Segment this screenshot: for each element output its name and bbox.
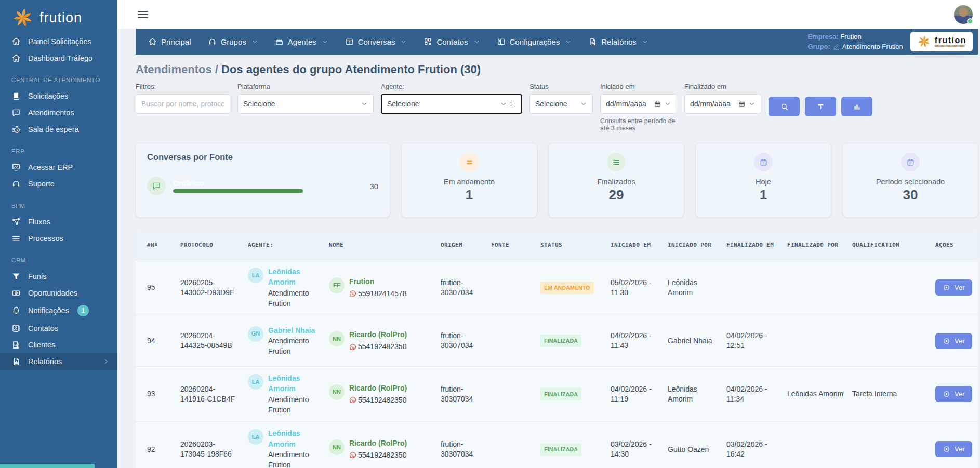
iniciado-em-cell: 04/02/2026 - 11:19 [611, 378, 668, 410]
online-status-dot [967, 18, 973, 24]
row-number-link[interactable]: 92 [147, 438, 180, 461]
sidebar-item-relatorios[interactable]: Relatórios [0, 353, 117, 370]
status-cell: EM ANDAMENTO [540, 275, 611, 300]
agent-cell: LA Leônidas Amorim Atendimento Frution [248, 260, 329, 315]
col-header-acoes: AÇÕES [935, 236, 978, 255]
company-logo-box: frution [910, 32, 973, 51]
sidebar-item-notificacoes[interactable]: Notificações 1 [0, 301, 117, 320]
user-avatar[interactable] [954, 5, 973, 24]
sidebar-item-label: Processos [28, 234, 63, 243]
fonte-card-title: Conversas por Fonte [147, 152, 378, 162]
agente-select[interactable]: Selecione [381, 94, 522, 114]
topbar [117, 0, 980, 29]
nav-item-conversas[interactable]: Conversas [337, 37, 416, 46]
iniciado-por-cell: Gutto Oazen [668, 438, 726, 461]
sidebar-item-dashboard-trafego[interactable]: Dashboard Tráfego [0, 50, 117, 66]
nav-item-label: Agentes [288, 37, 316, 46]
sidebar-item-label: Dashboard Tráfego [28, 54, 92, 62]
calendar-icon[interactable] [738, 100, 746, 108]
sidebar-item-label: Atendimentos [28, 109, 74, 117]
sidebar-item-suporte[interactable]: Suporte [0, 176, 117, 192]
window-icon [345, 37, 354, 46]
eye-icon [943, 390, 950, 398]
agent-name-link[interactable]: Leônidas Amorim [268, 268, 300, 286]
finalizados-card: Finalizados 29 [549, 143, 684, 217]
protocol-link[interactable]: 20260203-173045-198F66 [180, 433, 248, 465]
sidebar-item-processos[interactable]: Processos [0, 230, 117, 247]
home-icon [11, 37, 21, 46]
sidebar-section-bpm: BPM [0, 192, 117, 213]
sidebar-item-fluxos[interactable]: Fluxos [0, 213, 117, 230]
search-button[interactable] [769, 97, 800, 116]
calendar-icon[interactable] [654, 100, 661, 108]
protocol-link[interactable]: 20260204-141916-C1CB4F [180, 378, 248, 410]
agent-avatar: LA [248, 429, 263, 445]
sidebar-item-contatos[interactable]: Contatos [0, 320, 117, 337]
sidebar-item-label: Funis [28, 272, 46, 280]
status-badge: FINALIZADA [540, 388, 581, 400]
protocol-link[interactable]: 20260204-144325-08549B [180, 325, 248, 357]
nav-item-agentes[interactable]: Agentes [267, 37, 337, 46]
nav-item-configuracoes[interactable]: Configurações [488, 37, 580, 46]
edit-pencil-icon[interactable] [832, 43, 840, 50]
contact-phone: 554192482350 [349, 342, 407, 352]
hamburger-menu-icon[interactable] [138, 9, 148, 20]
agent-name-link[interactable]: Leônidas Amorim [268, 374, 300, 393]
stat-value: 1 [466, 187, 473, 203]
ver-button[interactable]: Ver [935, 333, 972, 349]
clear-x-icon[interactable] [509, 101, 516, 108]
sidebar-item-atendimentos[interactable]: Atendimentos [0, 104, 117, 121]
sidebar-item-label: Sala de espera [28, 125, 79, 133]
sidebar-item-solicitacoes[interactable]: Solicitações [0, 88, 117, 104]
chat-icon [11, 108, 21, 117]
nav-item-grupos[interactable]: Grupos [200, 37, 267, 46]
period-note: Consulta entre período de até 3 meses [600, 117, 677, 132]
row-number-link[interactable]: 95 [147, 276, 180, 299]
sidebar-item-clientes[interactable]: Clientes [0, 337, 117, 353]
iniciado-em-date-input[interactable]: dd/mm/aaaa [600, 94, 677, 114]
col-header-qualification: QUALIFICATION [852, 236, 935, 255]
agent-name-link[interactable]: Gabriel Nhaia [268, 326, 315, 335]
nav-item-contatos[interactable]: Contatos [415, 37, 488, 46]
clear-filters-button[interactable] [805, 97, 836, 116]
sidebar-item-label: Relatórios [28, 357, 62, 366]
qualification-cell [852, 282, 935, 294]
table-row: 92 20260203-173045-198F66 LA Leônidas Am… [136, 421, 978, 468]
agent-avatar: LA [248, 268, 263, 283]
iniciado-em-label: Iniciado em [600, 83, 677, 90]
sidebar-item-painel-solicitacoes[interactable]: Painel Solicitações [0, 33, 117, 50]
finalizado-em-date-input[interactable]: dd/mm/aaaa [684, 94, 761, 114]
iniciado-por-cell: Leônidas Amorim [668, 272, 726, 304]
sidebar-item-sala-de-espera[interactable]: Sala de espera [0, 121, 117, 138]
row-number-link[interactable]: 94 [147, 330, 180, 352]
ver-button[interactable]: Ver [935, 441, 972, 457]
contact-phone: 559182414578 [349, 289, 406, 299]
finalizado-por-cell [787, 443, 852, 456]
fonte-cell [491, 282, 540, 294]
sidebar-item-label: Acessar ERP [28, 163, 73, 171]
sidebar-item-label: Notificações [28, 306, 69, 315]
funnel-icon [11, 272, 21, 281]
sidebar-item-acessar-erp[interactable]: Acessar ERP [0, 159, 117, 176]
plataforma-select[interactable]: Selecione [237, 94, 374, 114]
sidebar: frution Painel Solicitações Dashboard Tr… [0, 0, 117, 468]
sidebar-section-erp: ERP [0, 138, 117, 159]
qualification-cell [852, 335, 935, 347]
protocol-link[interactable]: 20260205-143002-D93D9E [180, 272, 248, 304]
fonte-cell [491, 443, 540, 456]
nav-item-relatorios[interactable]: Relatórios [580, 37, 657, 46]
status-select[interactable]: Selecione [529, 94, 593, 114]
chart-view-button[interactable] [841, 97, 872, 116]
ver-button[interactable]: Ver [935, 386, 972, 402]
status-badge: FINALIZADA [540, 335, 581, 347]
list-icon [11, 234, 21, 243]
search-input[interactable] [136, 94, 230, 114]
ver-button[interactable]: Ver [935, 279, 972, 296]
row-number-link[interactable]: 93 [147, 383, 180, 405]
sidebar-item-funis[interactable]: Funis [0, 268, 117, 285]
sidebar-item-label: Oportunidades [28, 289, 77, 297]
agent-name-link[interactable]: Leônidas Amorim [268, 429, 300, 448]
page-title: Atendimentos / Dos agentes do grupo Aten… [136, 63, 978, 76]
sidebar-item-oportunidades[interactable]: Oportunidades [0, 285, 117, 301]
nav-item-principal[interactable]: Principal [140, 37, 200, 46]
